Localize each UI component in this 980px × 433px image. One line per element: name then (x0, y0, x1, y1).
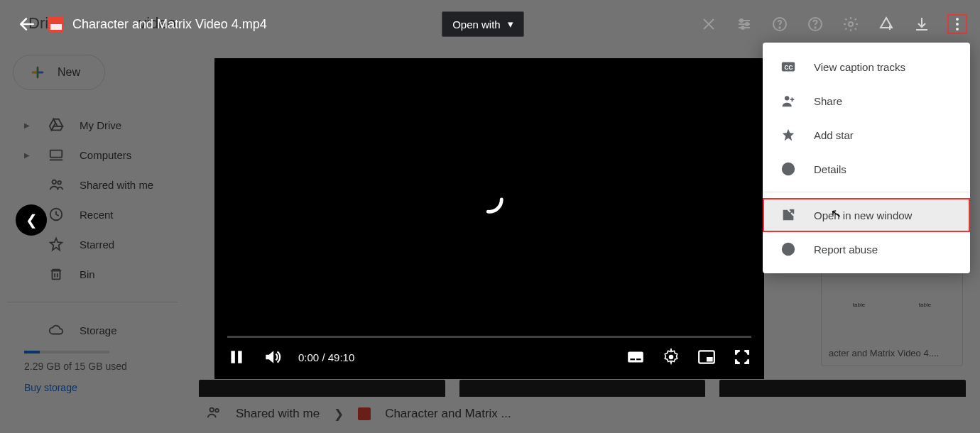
time-separator: / (322, 351, 327, 363)
menu-report-abuse[interactable]: Report abuse (763, 232, 970, 266)
menu-item-label: Open in new window (814, 209, 912, 221)
menu-view-captions[interactable]: CC View caption tracks (763, 50, 970, 84)
trash-icon (48, 266, 64, 282)
caret-icon: ▶ (24, 151, 33, 159)
time-current: 0:00 (298, 351, 319, 363)
menu-item-label: Share (814, 95, 842, 107)
open-in-new-icon (780, 207, 797, 224)
chevron-left-icon: ❮ (26, 212, 38, 229)
new-button[interactable]: New (13, 55, 105, 90)
sidebar: New ▶ My Drive ▶ Computers ▶ Shared with… (0, 46, 185, 433)
svg-point-30 (788, 252, 789, 253)
svg-rect-18 (628, 351, 643, 362)
svg-point-8 (746, 23, 748, 26)
chevron-down-icon: ▾ (508, 18, 513, 31)
svg-rect-20 (636, 358, 641, 360)
settings-icon[interactable] (841, 14, 861, 34)
fullscreen-button[interactable] (733, 348, 751, 366)
svg-rect-19 (630, 358, 635, 360)
star-icon (780, 126, 797, 143)
captions-button[interactable] (626, 348, 645, 366)
open-with-label: Open with (452, 18, 501, 31)
related-file-tile[interactable]: tabletable acter and Matrix Video 4.... (821, 265, 963, 366)
file-name: Character and Matrix Video 4.mp4 (72, 17, 267, 32)
drive-icon (48, 117, 64, 133)
svg-point-13 (815, 27, 816, 28)
new-button-label: New (58, 66, 80, 79)
video-player[interactable]: 0:00 / 49:10 (214, 58, 764, 379)
breadcrumb: Shared with me ❯ Character and Matrix ..… (206, 395, 511, 433)
related-file-preview: tabletable (826, 270, 958, 339)
svg-point-15 (477, 187, 502, 212)
sidebar-item-label: Starred (80, 239, 114, 251)
svg-point-5 (210, 407, 214, 412)
breadcrumb-root[interactable]: Shared with me (236, 407, 320, 421)
player-controls: 0:00 / 49:10 (214, 327, 764, 379)
add-to-drive-icon[interactable] (876, 14, 896, 34)
video-file-icon (358, 407, 371, 420)
svg-point-6 (215, 408, 219, 412)
sidebar-item-label: Bin (80, 268, 95, 280)
download-icon[interactable] (912, 14, 932, 34)
svg-point-11 (779, 27, 780, 28)
sidebar-item-computers[interactable]: ▶ Computers (7, 140, 178, 170)
cloud-icon (48, 322, 64, 338)
sidebar-item-shared[interactable]: ▶ Shared with me (7, 170, 178, 199)
previous-file-button[interactable]: ❮ (16, 204, 47, 236)
buy-storage-link[interactable]: Buy storage (7, 372, 178, 403)
back-button[interactable] (13, 10, 41, 38)
sidebar-item-storage[interactable]: ▶ Storage (7, 315, 178, 345)
related-file-label: acter and Matrix Video 4.... (822, 344, 962, 358)
sidebar-item-mydrive[interactable]: ▶ My Drive (7, 110, 178, 140)
svg-point-9 (741, 26, 744, 29)
svg-point-28 (788, 165, 789, 167)
computer-icon (48, 147, 64, 163)
tune-icon[interactable] (734, 14, 754, 34)
svg-point-1 (53, 180, 57, 185)
open-with-button[interactable]: Open with ▾ (442, 11, 524, 37)
menu-item-label: Add star (814, 129, 854, 141)
volume-button[interactable] (263, 348, 281, 366)
info-icon (780, 160, 797, 177)
more-button[interactable] (947, 14, 967, 34)
menu-separator (763, 192, 970, 192)
help-outline-icon[interactable] (805, 14, 825, 34)
menu-item-label: Report abuse (814, 243, 878, 256)
pause-button[interactable] (227, 348, 246, 366)
close-viewer-icon[interactable] (699, 14, 719, 34)
menu-add-star[interactable]: Add star (763, 118, 970, 152)
sidebar-item-label: Recent (80, 209, 114, 221)
menu-share[interactable]: Share (763, 84, 970, 118)
menu-item-label: View caption tracks (814, 61, 905, 73)
breadcrumb-leaf[interactable]: Character and Matrix ... (385, 407, 511, 421)
svg-point-14 (849, 22, 853, 26)
svg-rect-23 (707, 357, 713, 362)
cc-icon: CC (780, 58, 797, 75)
star-icon (48, 236, 64, 252)
chevron-right-icon: ❯ (334, 407, 344, 422)
sidebar-item-label: Computers (80, 149, 131, 161)
svg-text:CC: CC (785, 65, 793, 71)
menu-details[interactable]: Details (763, 152, 970, 186)
file-thumb[interactable] (719, 380, 966, 397)
help-icon[interactable] (770, 14, 790, 34)
svg-point-2 (58, 181, 61, 185)
svg-rect-4 (53, 270, 60, 279)
sidebar-item-bin[interactable]: ▶ Bin (7, 259, 178, 289)
svg-point-26 (785, 96, 789, 100)
clock-icon (48, 207, 64, 222)
caret-icon: ▶ (24, 121, 33, 129)
storage-used-text: 2.29 GB of 15 GB used (7, 361, 178, 372)
sidebar-item-label: My Drive (80, 119, 121, 131)
person-add-icon (780, 92, 797, 109)
menu-item-label: Details (814, 163, 846, 175)
svg-point-7 (740, 19, 743, 22)
menu-open-new-window[interactable]: Open in new window (763, 198, 970, 232)
video-file-icon (48, 16, 64, 32)
report-icon (780, 241, 797, 258)
svg-point-21 (669, 355, 674, 360)
player-settings-button[interactable] (662, 348, 680, 366)
progress-bar[interactable] (227, 336, 751, 338)
miniplayer-button[interactable] (697, 348, 716, 366)
player-time: 0:00 / 49:10 (298, 351, 354, 363)
